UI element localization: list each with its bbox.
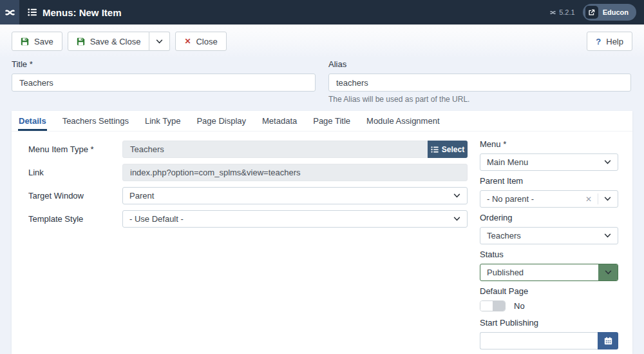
help-icon: ? [596, 37, 601, 46]
title-alias-row: Title * Alias The Alias will be used as … [12, 59, 631, 104]
tab-bar: Details Teachers Settings Link Type Page… [12, 111, 632, 132]
ordering-label: Ordering [480, 213, 618, 222]
title-label: Title * [12, 59, 316, 69]
title-input[interactable] [12, 74, 316, 92]
default-page-label: Default Page [480, 286, 618, 296]
status-select[interactable]: Published [480, 264, 618, 281]
version-number: 5.2.1 [559, 8, 574, 16]
menu-list-icon [28, 8, 37, 16]
link-control: index.php?option=com_splms&view=teachers [122, 164, 468, 181]
chevron-down-icon [604, 233, 611, 238]
target-window-label: Target Window [28, 191, 122, 201]
clear-icon[interactable]: ✕ [585, 195, 592, 204]
tab-module-assignment[interactable]: Module Assignment [366, 111, 440, 131]
ordering-select[interactable]: Teachers [480, 227, 618, 244]
toggle-on-half [480, 301, 493, 311]
joomla-admin-page: Menus: New Item 5.2.1 Educon [0, 0, 644, 354]
template-style-value: - Use Default - [129, 214, 453, 224]
default-page-toggle[interactable] [480, 300, 506, 311]
user-menu-button[interactable]: Educon [583, 4, 636, 21]
joomla-version-icon [549, 9, 556, 16]
menu-label: Menu * [480, 139, 618, 149]
calendar-button[interactable] [598, 332, 618, 349]
close-icon: ✕ [184, 37, 191, 46]
external-link-icon [585, 6, 598, 19]
menu-value: Main Menu [487, 157, 604, 167]
save-icon [21, 37, 29, 46]
toolbar-left-group: Save Save & Close ✕ Close [12, 32, 227, 51]
select-divider [598, 193, 598, 204]
help-label: Help [606, 37, 623, 46]
start-publishing-input[interactable] [480, 332, 598, 349]
tab-metadata[interactable]: Metadata [261, 111, 298, 131]
parent-item-block: Parent Item - No parent - ✕ [480, 176, 618, 208]
select-button-label: Select [442, 145, 464, 154]
select-list-icon [431, 146, 439, 153]
menu-block: Menu * Main Menu [480, 139, 618, 171]
close-button[interactable]: ✕ Close [175, 32, 226, 51]
page-title-wrap: Menus: New Item [28, 7, 122, 18]
save-close-split: Save & Close [68, 32, 171, 51]
chevron-down-icon [156, 39, 163, 44]
target-window-value: Parent [129, 191, 453, 201]
save-close-label: Save & Close [90, 37, 141, 46]
menu-item-type-label: Menu Item Type * [28, 144, 122, 154]
menu-item-type-value: Teachers [122, 141, 428, 158]
parent-item-select[interactable]: - No parent - ✕ [480, 190, 618, 208]
menu-select[interactable]: Main Menu [480, 153, 618, 171]
joomla-logo-button[interactable] [0, 0, 19, 25]
alias-field: Alias The Alias will be used as part of … [328, 59, 631, 104]
joomla-logo-icon [4, 6, 16, 19]
toggle-off-half [493, 301, 505, 311]
status-block: Status Published [480, 250, 618, 281]
link-value: index.php?option=com_splms&view=teachers [122, 164, 468, 181]
status-value: Published [487, 268, 598, 277]
alias-help-text: The Alias will be used as part of the UR… [328, 95, 631, 104]
parent-item-value: - No parent - [487, 194, 585, 204]
alias-label: Alias [328, 59, 631, 69]
status-chevron-box [598, 264, 618, 280]
ordering-block: Ordering Teachers [480, 213, 618, 244]
chevron-down-icon [604, 197, 611, 201]
version-badge: 5.2.1 [549, 8, 574, 16]
tab-page-title[interactable]: Page Title [312, 111, 351, 131]
save-close-button[interactable]: Save & Close [68, 32, 150, 51]
chevron-down-icon [453, 217, 460, 221]
tab-details[interactable]: Details [18, 111, 47, 131]
header-right: 5.2.1 Educon [549, 4, 644, 21]
tab-link-type[interactable]: Link Type [144, 111, 181, 131]
tab-page-display[interactable]: Page Display [196, 111, 247, 131]
edit-form-card: Details Teachers Settings Link Type Page… [12, 111, 632, 354]
chevron-down-icon [453, 193, 460, 198]
template-style-row: Template Style - Use Default - [28, 210, 468, 228]
user-menu-label: Educon [603, 8, 629, 16]
close-label: Close [196, 37, 217, 46]
status-label: Status [480, 250, 618, 259]
save-options-toggle[interactable] [149, 32, 170, 51]
ordering-value: Teachers [487, 231, 604, 241]
save-button[interactable]: Save [12, 32, 62, 51]
title-field: Title * [12, 59, 316, 104]
save-icon [77, 37, 85, 46]
menu-item-type-control: Teachers Select [122, 141, 468, 158]
chevron-down-icon [605, 270, 612, 275]
menu-item-type-row: Menu Item Type * Teachers Select [28, 141, 468, 158]
link-row: Link index.php?option=com_splms&view=tea… [28, 164, 468, 181]
tab-teachers-settings[interactable]: Teachers Settings [62, 111, 129, 131]
target-window-row: Target Window Parent [28, 187, 468, 204]
select-menu-item-type-button[interactable]: Select [428, 141, 468, 158]
page-title: Menus: New Item [43, 7, 122, 18]
start-publishing-control [480, 332, 618, 349]
template-style-select[interactable]: - Use Default - [122, 210, 468, 228]
toolbar: Save Save & Close ✕ Close [0, 25, 644, 58]
target-window-select[interactable]: Parent [122, 187, 468, 204]
link-label: Link [28, 168, 122, 177]
parent-item-label: Parent Item [480, 176, 618, 186]
default-page-block: Default Page No [480, 286, 618, 311]
help-button[interactable]: ? Help [587, 32, 632, 51]
alias-input[interactable] [328, 74, 631, 92]
calendar-icon [604, 337, 612, 345]
save-label: Save [34, 37, 53, 46]
default-page-value: No [514, 301, 525, 311]
chevron-down-icon [604, 160, 611, 164]
